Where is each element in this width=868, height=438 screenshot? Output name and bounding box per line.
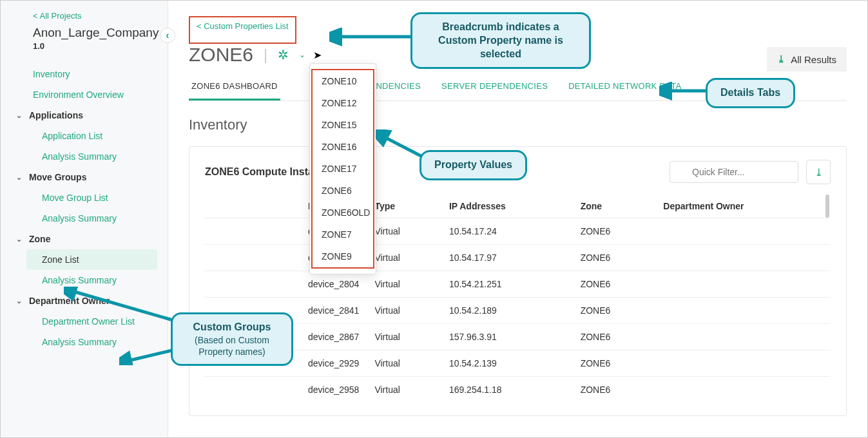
cell-type: Virtual <box>367 218 441 245</box>
nav-environment-overview[interactable]: Environment Overview <box>1 84 168 105</box>
nav-group-label: Department Owner <box>29 296 110 306</box>
compute-instances-table: Name Type IP Addresses Zone Department O… <box>205 195 831 403</box>
cell-dept <box>655 245 831 271</box>
callout-breadcrumb: Breadcrumb indicates a Custom Property n… <box>410 12 591 69</box>
cursor-icon: ➤ <box>313 49 322 61</box>
table-row[interactable]: device_2958Virtual169.254.1.18ZONE6 <box>205 377 831 403</box>
cell-zone: ZONE6 <box>573 245 656 271</box>
cell-type: Virtual <box>367 377 441 403</box>
callout-property-values: Property Values <box>420 150 527 180</box>
project-name: Anon_Large_Company <box>1 26 168 41</box>
project-version: 1.0 <box>1 41 168 64</box>
nav-move-groups-analysis-summary[interactable]: Analysis Summary <box>1 208 168 229</box>
cell-ip: 10.54.2.189 <box>441 298 573 324</box>
cell-dept <box>655 324 831 350</box>
cell-name: device_2958 <box>205 377 367 403</box>
col-dept[interactable]: Department Owner <box>655 195 831 218</box>
sidebar: ‹ < All Projects Anon_Large_Company 1.0 … <box>1 1 168 437</box>
cell-ip: 169.254.1.18 <box>441 377 573 403</box>
cell-name: device_2804 <box>205 271 367 298</box>
chevron-down-icon: ⌄ <box>16 297 24 305</box>
cell-ip: 10.54.2.139 <box>441 350 573 377</box>
dropdown-item[interactable]: ZONE6 <box>313 180 373 202</box>
nav-application-list[interactable]: Application List <box>1 126 168 146</box>
download-button[interactable]: ⤓ <box>806 160 831 184</box>
compute-instances-card: ZONE6 Compute Instances i 🔍 ⤓ <box>189 146 847 416</box>
cell-type: Virtual <box>367 350 441 377</box>
table-row[interactable]: device_2867Virtual157.96.3.91ZONE6 <box>205 324 831 350</box>
settings-icon[interactable]: ✲ <box>278 47 289 62</box>
quick-filter-input[interactable] <box>670 161 798 183</box>
col-ip[interactable]: IP Addresses <box>441 195 573 218</box>
cell-ip: 10.54.17.24 <box>441 218 573 245</box>
nav-zone-analysis-summary[interactable]: Analysis Summary <box>1 270 168 290</box>
cell-zone: ZONE6 <box>573 324 656 350</box>
nav-group-move-groups[interactable]: ⌄ Move Groups <box>1 167 168 187</box>
dropdown-item[interactable]: ZONE12 <box>313 92 373 114</box>
dropdown-item[interactable]: ZONE9 <box>313 245 373 267</box>
table-row[interactable]: device_2804Virtual10.54.21.251ZONE6 <box>205 271 831 298</box>
dropdown-item[interactable]: ZONE6OLD <box>313 202 373 224</box>
cell-zone: ZONE6 <box>573 377 656 403</box>
all-results-label: All Results <box>791 54 836 65</box>
nav-department-owner-list[interactable]: Department Owner List <box>1 311 168 332</box>
chevron-down-icon[interactable]: ⌄ <box>299 50 305 59</box>
dropdown-item[interactable]: ZONE15 <box>313 114 373 136</box>
tab-dashboard[interactable]: ZONE6 DASHBOARD <box>189 73 280 100</box>
download-icon: ⤓ <box>777 53 786 65</box>
cell-type: Virtual <box>367 324 441 350</box>
breadcrumb[interactable]: < Custom Properties List <box>191 19 294 33</box>
table-row[interactable]: deVirtual10.54.17.24ZONE6 <box>205 218 831 245</box>
col-type[interactable]: Type <box>367 195 441 218</box>
dropdown-item[interactable]: ZONE10 <box>313 70 373 92</box>
tab-server-dependencies[interactable]: SERVER DEPENDENCIES <box>439 73 550 100</box>
cell-dept <box>655 350 831 377</box>
chevron-down-icon: ⌄ <box>16 235 24 243</box>
chevron-down-icon: ⌄ <box>16 111 24 120</box>
nav-group-department-owner[interactable]: ⌄ Department Owner <box>1 290 168 311</box>
nav-group-label: Zone <box>29 234 50 244</box>
table-row[interactable]: deVirtual10.54.17.97ZONE6 <box>205 245 831 271</box>
cell-ip: 10.54.21.251 <box>441 271 573 298</box>
tab-detailed-network-data[interactable]: DETAILED NETWORK DATA <box>566 73 684 100</box>
cell-zone: ZONE6 <box>573 271 656 298</box>
download-icon: ⤓ <box>815 166 823 178</box>
dropdown-item[interactable]: ZONE16 <box>313 136 373 158</box>
nav-move-group-list[interactable]: Move Group List <box>1 187 168 208</box>
table-row[interactable]: device_2841Virtual10.54.2.189ZONE6 <box>205 298 831 324</box>
cell-zone: ZONE6 <box>573 350 656 377</box>
cell-type: Virtual <box>367 271 441 298</box>
nav-zone-list[interactable]: Zone List <box>26 249 157 270</box>
title-separator: | <box>264 46 267 64</box>
zone-dropdown-highlight: ZONE10ZONE12ZONE15ZONE16ZONE17ZONE6ZONE6… <box>311 69 374 269</box>
cell-zone: ZONE6 <box>573 218 656 245</box>
all-results-button[interactable]: ⤓ All Results <box>767 47 847 71</box>
nav-group-applications[interactable]: ⌄ Applications <box>1 105 168 126</box>
col-zone[interactable]: Zone <box>573 195 656 218</box>
cell-ip: 157.96.3.91 <box>441 324 573 350</box>
nav-group-label: Applications <box>29 110 83 120</box>
nav-group-zone[interactable]: ⌄ Zone <box>1 229 168 249</box>
chevron-down-icon: ⌄ <box>16 173 24 182</box>
page-title: ZONE6 <box>189 44 253 66</box>
cell-dept <box>655 218 831 245</box>
nav-department-owner-analysis-summary[interactable]: Analysis Summary <box>1 332 168 352</box>
callout-custom-groups: Custom Groups (Based on Custom Property … <box>171 312 293 366</box>
cell-type: Virtual <box>367 245 441 271</box>
cell-zone: ZONE6 <box>573 298 656 324</box>
zone-dropdown: ZONE10ZONE12ZONE15ZONE16ZONE17ZONE6ZONE6… <box>309 63 376 274</box>
dropdown-item[interactable]: ZONE17 <box>313 158 373 180</box>
nav-applications-analysis-summary[interactable]: Analysis Summary <box>1 146 168 167</box>
cell-dept <box>655 271 831 298</box>
table-row[interactable]: device_2929Virtual10.54.2.139ZONE6 <box>205 350 831 377</box>
all-projects-link[interactable]: < All Projects <box>1 11 168 26</box>
cell-ip: 10.54.17.97 <box>441 245 573 271</box>
cell-dept <box>655 377 831 403</box>
dropdown-item[interactable]: ZONE7 <box>313 224 373 245</box>
scrollbar-thumb[interactable] <box>825 195 829 218</box>
section-title: Inventory <box>189 117 847 133</box>
cell-type: Virtual <box>367 298 441 324</box>
sidebar-collapse-button[interactable]: ‹ <box>160 28 175 43</box>
nav-group-label: Move Groups <box>29 172 86 182</box>
nav-inventory[interactable]: Inventory <box>1 64 168 84</box>
